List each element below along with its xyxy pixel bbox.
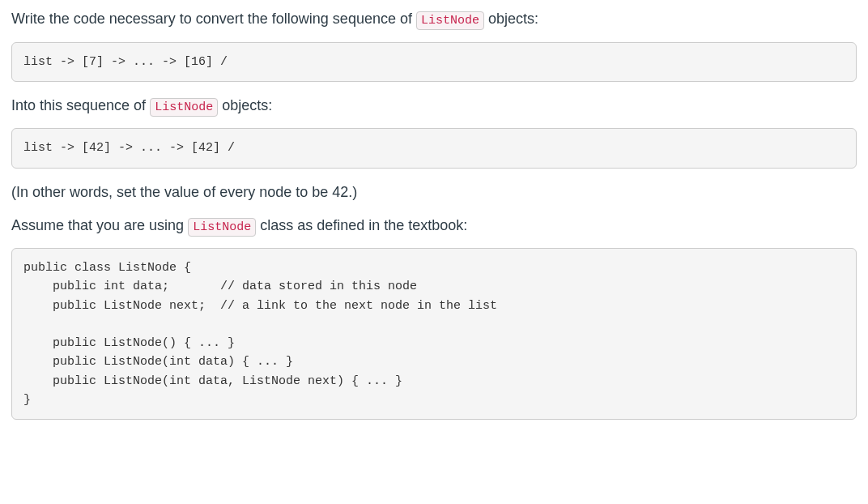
intro-text-1: Write the code necessary to convert the …	[11, 11, 416, 27]
mid-paragraph: Into this sequence of ListNode objects:	[11, 95, 857, 117]
intro-text-2: objects:	[484, 11, 538, 27]
listnode-code-3: ListNode	[188, 218, 256, 237]
mid-text-2: objects:	[218, 97, 272, 113]
mid-text-1: Into this sequence of	[11, 97, 150, 113]
code-block-after: list -> [42] -> ... -> [42] /	[11, 128, 857, 168]
code-block-classdef: public class ListNode { public int data;…	[11, 248, 857, 420]
assume-paragraph: Assume that you are using ListNode class…	[11, 215, 857, 237]
assume-text-2: class as defined in the textbook:	[256, 217, 467, 233]
listnode-code-2: ListNode	[150, 98, 218, 117]
assume-text-1: Assume that you are using	[11, 217, 188, 233]
intro-paragraph: Write the code necessary to convert the …	[11, 8, 857, 31]
code-block-before: list -> [7] -> ... -> [16] /	[11, 42, 857, 82]
listnode-code-1: ListNode	[416, 11, 484, 30]
note-paragraph: (In other words, set the value of every …	[11, 182, 857, 203]
